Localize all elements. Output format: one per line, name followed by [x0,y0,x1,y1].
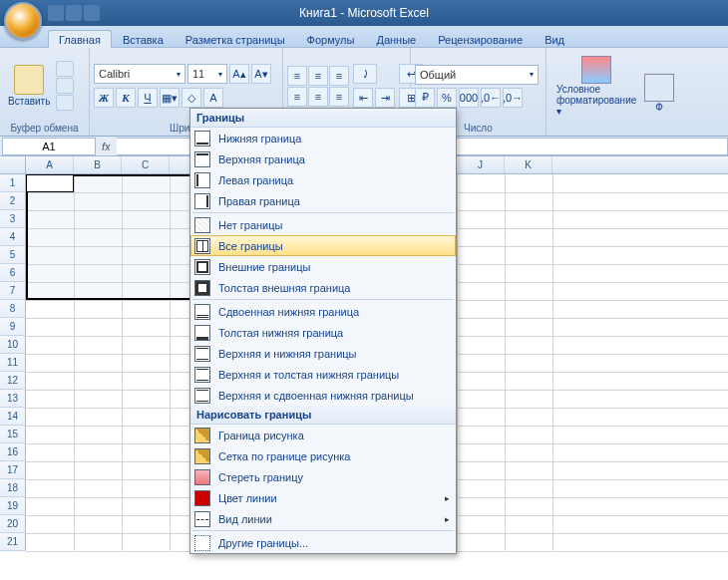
row-header[interactable]: 21 [0,533,26,551]
borders-menu-item[interactable]: Сдвоенная нижняя граница [190,301,456,322]
tab-разметка страницы[interactable]: Разметка страницы [175,30,296,48]
column-header[interactable]: B [74,156,122,173]
borders-menu-item[interactable]: Верхняя и сдвоенная нижняя границы [190,385,456,406]
row-header[interactable]: 12 [0,372,26,390]
orientation-icon[interactable]: ⤸ [353,64,377,84]
percent-icon[interactable]: % [437,88,457,108]
office-button[interactable] [4,2,42,40]
row-header[interactable]: 10 [0,336,26,354]
format-icon [644,74,674,102]
align-bottom-icon[interactable]: ≡ [329,66,349,86]
align-top-icon[interactable]: ≡ [287,66,307,86]
qat-save-icon[interactable] [48,5,64,21]
row-header[interactable]: 19 [0,497,26,515]
comma-icon[interactable]: 000 [459,88,479,108]
tab-вставка[interactable]: Вставка [112,30,175,48]
paste-label: Вставить [8,97,50,108]
row-header[interactable]: 2 [0,192,26,210]
select-all-corner[interactable] [0,156,26,173]
row-header[interactable]: 17 [0,461,26,479]
decrease-font-icon[interactable]: A▾ [251,64,271,84]
borders-menu-item[interactable]: Верхняя и толстая нижняя границы [190,364,456,385]
borders-menu-item[interactable]: Верхняя и нижняя границы [190,343,456,364]
row-header[interactable]: 13 [0,390,26,408]
tab-рецензирование[interactable]: Рецензирование [427,30,534,48]
increase-font-icon[interactable]: A▴ [229,64,249,84]
row-header[interactable]: 16 [0,443,26,461]
currency-icon[interactable]: ₽ [415,88,435,108]
number-format-combo[interactable]: Общий▾ [415,65,539,85]
row-header[interactable]: 4 [0,228,26,246]
align-right-icon[interactable]: ≡ [329,87,349,107]
borders-menu-item[interactable]: Цвет линии [190,487,456,508]
bi-topbot-icon [194,346,210,362]
borders-menu-item[interactable]: Сетка по границе рисунка [190,445,456,466]
group-clipboard: Вставить Буфер обмена [0,48,90,136]
borders-menu-item[interactable]: Нижняя граница [190,128,456,148]
borders-menu-item[interactable]: Верхняя граница [190,148,456,169]
borders-menu-item[interactable]: Толстая нижняя граница [190,322,456,343]
tab-вид[interactable]: Вид [534,30,575,48]
qat-redo-icon[interactable] [84,5,100,21]
row-header[interactable]: 1 [0,174,26,192]
paste-button[interactable]: Вставить [4,63,54,110]
borders-menu-item[interactable]: Толстая внешняя граница [190,277,456,298]
conditional-formatting-button[interactable]: Условноеформатирование ▾ [550,54,642,119]
align-middle-icon[interactable]: ≡ [308,66,328,86]
bi-all-icon [194,238,210,254]
font-color-button[interactable]: A [203,88,223,108]
decrease-indent-icon[interactable]: ⇤ [353,88,373,108]
cut-icon[interactable] [56,61,74,77]
menu-item-label: Сдвоенная нижняя граница [218,306,359,318]
font-name-combo[interactable]: Calibri▾ [94,64,185,84]
menu-item-label: Нижняя граница [218,133,301,145]
row-header[interactable]: 5 [0,246,26,264]
borders-menu-item[interactable]: Другие границы... [190,532,456,553]
font-size-combo[interactable]: 11▾ [187,64,227,84]
borders-button[interactable]: ▦▾ [160,88,180,108]
window-title: Книга1 - Microsoft Excel [0,6,728,20]
copy-icon[interactable] [56,78,74,94]
column-header[interactable]: J [457,156,505,173]
increase-indent-icon[interactable]: ⇥ [375,88,395,108]
align-left-icon[interactable]: ≡ [287,87,307,107]
borders-menu-item[interactable]: Вид линии [190,508,456,529]
row-header[interactable]: 3 [0,210,26,228]
column-header[interactable]: K [505,156,552,173]
row-header[interactable]: 8 [0,300,26,318]
bi-pencil-icon [194,428,210,443]
column-header[interactable]: C [122,156,170,173]
borders-menu-item[interactable]: Все границы [190,235,456,256]
borders-menu-item[interactable]: Граница рисунка [190,425,456,445]
name-box[interactable]: A1 [2,138,96,155]
row-header[interactable]: 11 [0,354,26,372]
row-header[interactable]: 20 [0,515,26,533]
qat-undo-icon[interactable] [66,5,82,21]
fill-color-button[interactable]: ◇ [182,88,201,108]
tab-данные[interactable]: Данные [365,30,427,48]
italic-button[interactable]: К [116,88,136,108]
tab-формулы[interactable]: Формулы [296,30,366,48]
column-header[interactable]: A [26,156,74,173]
tab-главная[interactable]: Главная [48,30,112,48]
increase-decimal-icon[interactable]: ,0← [481,88,501,108]
bold-button[interactable]: Ж [94,88,114,108]
underline-button[interactable]: Ч [138,88,158,108]
row-header[interactable]: 14 [0,408,26,426]
row-header[interactable]: 18 [0,479,26,497]
borders-menu-item[interactable]: Стереть границу [190,466,456,487]
row-header[interactable]: 15 [0,426,26,443]
borders-menu-item[interactable]: Левая граница [190,169,456,190]
bi-more-icon [194,535,210,551]
fx-icon[interactable]: fx [96,141,117,152]
menu-item-label: Верхняя и нижняя границы [218,348,357,360]
row-header[interactable]: 7 [0,282,26,300]
align-center-icon[interactable]: ≡ [308,87,328,107]
decrease-decimal-icon[interactable]: ,0→ [503,88,523,108]
format-painter-icon[interactable] [56,95,74,111]
borders-menu-item[interactable]: Правая граница [190,190,456,211]
borders-menu-item[interactable]: Внешние границы [190,256,456,277]
row-header[interactable]: 9 [0,318,26,336]
row-header[interactable]: 6 [0,264,26,282]
borders-menu-item[interactable]: Нет границы [190,214,456,235]
